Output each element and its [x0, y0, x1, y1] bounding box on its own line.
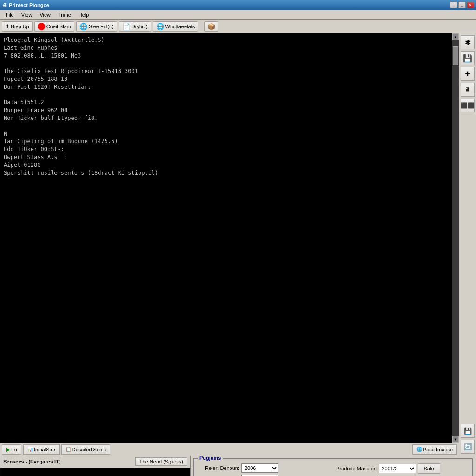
toolbar-siee-ful[interactable]: 🌐 Siee Ful(r.)	[76, 21, 117, 32]
dryfic-icon: 📄	[122, 23, 130, 30]
sale-button[interactable]: Sale	[418, 463, 440, 474]
app-icon: 🖨	[2, 2, 7, 8]
bottom-panel: Sensees - (Evegares IT) The Nead (Sglies…	[0, 456, 476, 476]
terminal-toolbar: ▶ Fn 📊 IninalSire 📋 Desailed Seols 🌐 Pos…	[0, 443, 459, 456]
right-btn-6[interactable]: 💾	[461, 424, 475, 438]
title-bar-title: 🖨 Printect Plongce	[2, 2, 49, 8]
relert-label: Relert Denoun:	[198, 465, 239, 471]
right-btn-3[interactable]: +	[461, 67, 475, 81]
package-icon: 📦	[207, 23, 215, 30]
fn-button[interactable]: ▶ Fn	[2, 444, 21, 455]
scroll-thumb[interactable]	[453, 46, 458, 65]
signal-waveform	[0, 468, 190, 476]
terminal-scrollbar[interactable]: ▲ ▼	[452, 33, 459, 443]
title-bar-controls: _ □ ×	[450, 2, 474, 8]
pose-imaose-button[interactable]: 🌐 Pose Imaose	[412, 444, 457, 455]
right-btn-5[interactable]: ⬛⬛	[461, 99, 475, 112]
pugjuins-form: Relert Denoun: 2006 Opital Sensor. 0002 …	[198, 463, 469, 476]
siee-ful-icon: 🌐	[79, 23, 87, 30]
terminal-wrapper: Ploog:al Kingsol (Axttartle.S) Last Gine…	[0, 33, 476, 456]
close-button[interactable]: ×	[467, 2, 474, 8]
whct-icon: 🌐	[156, 23, 164, 30]
produde-masuter-select[interactable]: 2001/2	[379, 464, 416, 473]
relert-denoun-row: Relert Denoun: 2006	[198, 463, 331, 473]
produde-masuter-row: Produde Masuter: 2001/2 Sale	[335, 463, 469, 474]
minimize-button[interactable]: _	[450, 2, 457, 8]
produde-label: Produde Masuter:	[335, 466, 377, 471]
terminal-area: Ploog:al Kingsol (Axttartle.S) Last Gine…	[0, 33, 459, 456]
coeil-slam-icon	[38, 23, 45, 30]
scroll-up-arrow[interactable]: ▲	[452, 33, 459, 40]
title-bar: 🖨 Printect Plongce _ □ ×	[0, 0, 476, 10]
svg-rect-0	[0, 468, 190, 476]
relert-denoun-select[interactable]: 2006	[241, 463, 278, 473]
terminal-text: Ploog:al Kingsol (Axttartle.S) Last Gine…	[4, 36, 455, 177]
toolbar-whct[interactable]: 🌐 Whctfaeelats	[153, 21, 198, 32]
toolbar: ⬆ Niep Up Coeil Slam 🌐 Siee Ful(r.) 📄 Dr…	[0, 20, 476, 33]
toolbar-dryfic[interactable]: 📄 Dryfic )	[119, 21, 151, 32]
menu-help[interactable]: Help	[75, 11, 93, 19]
signal-header: Sensees - (Evegares IT) The Nead (Sglies…	[0, 456, 190, 468]
scroll-down-arrow[interactable]: ▼	[452, 436, 459, 443]
toolbar-package[interactable]: 📦	[204, 21, 218, 32]
menu-trime[interactable]: Trime	[54, 11, 75, 19]
desailed-seols-button[interactable]: 📋 Desailed Seols	[61, 444, 110, 455]
signal-title: Sensees - (Evegares IT)	[3, 459, 61, 464]
signal-display	[0, 468, 190, 476]
menu-view2[interactable]: View	[36, 11, 54, 19]
pugjuins-section: Pugjuins Relert Denoun: 2006 Opital Sens…	[193, 458, 473, 476]
right-panel: Pugjuins Relert Denoun: 2006 Opital Sens…	[191, 456, 476, 476]
right-btn-1[interactable]: ✱	[461, 35, 475, 49]
right-buttons: ✱ 💾 + 🖥 ⬛⬛ 💾 🔄	[459, 33, 476, 456]
window-title: Printect Plongce	[9, 2, 49, 8]
desailed-icon: 📋	[66, 447, 71, 452]
toolbar-niep-up[interactable]: ⬆ Niep Up	[2, 21, 33, 32]
menu-file[interactable]: File	[2, 11, 18, 19]
main-container: Ploog:al Kingsol (Axttartle.S) Last Gine…	[0, 33, 476, 456]
pugjuins-col1: Relert Denoun: 2006 Opital Sensor. 0002 …	[198, 463, 331, 476]
menu-bar: File View View Trime Help	[0, 10, 476, 20]
right-btn-7[interactable]: 🔄	[461, 440, 475, 454]
pugjuins-col2: Produde Masuter: 2001/2 Sale Rainid Nati…	[335, 463, 469, 476]
ininalsire-icon: 📊	[27, 447, 33, 452]
niep-up-icon: ⬆	[5, 23, 9, 29]
ininalsire-button[interactable]: 📊 IninalSire	[23, 444, 60, 455]
maximize-button[interactable]: □	[458, 2, 466, 8]
toolbar-coeil-slam[interactable]: Coeil Slam	[34, 21, 74, 32]
signal-panel: Sensees - (Evegares IT) The Nead (Sglies…	[0, 456, 191, 476]
pose-icon: 🌐	[416, 447, 422, 452]
fn-icon: ▶	[6, 446, 10, 453]
right-btn-2[interactable]: 💾	[461, 51, 475, 65]
pugjuins-title: Pugjuins	[198, 455, 223, 461]
terminal-output: Ploog:al Kingsol (Axttartle.S) Last Gine…	[0, 33, 459, 443]
right-btn-4[interactable]: 🖥	[461, 83, 475, 97]
toolbar-sep	[201, 22, 201, 31]
menu-view1[interactable]: View	[18, 11, 36, 19]
nead-sgliess-button[interactable]: The Nead (Sgliess)	[135, 457, 187, 466]
